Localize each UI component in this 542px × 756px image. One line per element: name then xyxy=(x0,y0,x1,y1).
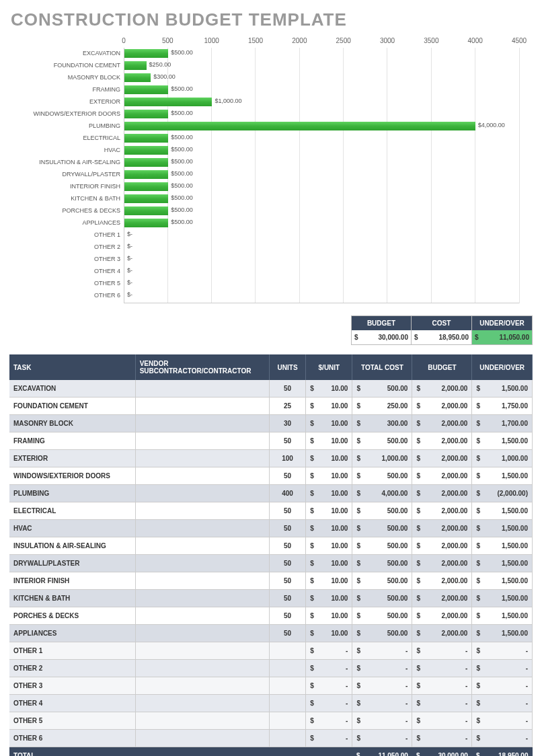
cell-units[interactable]: 50 xyxy=(269,625,306,642)
cell-unit-price[interactable]: $- xyxy=(306,730,352,747)
cell-task[interactable]: FOUNDATION CEMENT xyxy=(9,398,135,415)
cell-vendor[interactable] xyxy=(135,695,269,712)
cell-total[interactable]: $500.00 xyxy=(352,607,412,625)
cell-under[interactable]: $1,500.00 xyxy=(472,520,533,537)
cell-budget[interactable]: $2,000.00 xyxy=(412,467,472,485)
cell-unit-price[interactable]: $10.00 xyxy=(306,432,352,450)
cell-vendor[interactable] xyxy=(135,485,269,502)
cell-vendor[interactable] xyxy=(135,432,269,450)
cell-units[interactable]: 25 xyxy=(269,398,306,415)
cell-budget[interactable]: $2,000.00 xyxy=(412,432,472,450)
cell-units[interactable] xyxy=(269,695,306,712)
cell-units[interactable] xyxy=(269,642,306,660)
cell-units[interactable] xyxy=(269,660,306,677)
cell-task[interactable]: OTHER 4 xyxy=(9,695,135,712)
cell-under[interactable]: $- xyxy=(472,677,533,695)
cell-unit-price[interactable]: $10.00 xyxy=(306,555,352,572)
cell-units[interactable]: 50 xyxy=(269,572,306,590)
cell-task[interactable]: INTERIOR FINISH xyxy=(9,572,135,590)
cell-unit-price[interactable]: $- xyxy=(306,712,352,730)
cell-vendor[interactable] xyxy=(135,555,269,572)
cell-under[interactable]: $(2,000.00) xyxy=(472,485,533,502)
cell-unit-price[interactable]: $10.00 xyxy=(306,415,352,432)
cell-task[interactable]: EXCAVATION xyxy=(9,380,135,398)
cell-budget[interactable]: $2,000.00 xyxy=(412,607,472,625)
cell-units[interactable]: 50 xyxy=(269,380,306,398)
cell-total[interactable]: $500.00 xyxy=(352,625,412,642)
cell-unit-price[interactable]: $10.00 xyxy=(306,572,352,590)
cell-units[interactable] xyxy=(269,712,306,730)
cell-vendor[interactable] xyxy=(135,677,269,695)
cell-vendor[interactable] xyxy=(135,467,269,485)
cell-under[interactable]: $1,750.00 xyxy=(472,398,533,415)
cell-total[interactable]: $500.00 xyxy=(352,467,412,485)
cell-task[interactable]: INSULATION & AIR-SEALING xyxy=(9,537,135,555)
cell-under[interactable]: $1,500.00 xyxy=(472,537,533,555)
cell-vendor[interactable] xyxy=(135,712,269,730)
cell-total[interactable]: $1,000.00 xyxy=(352,450,412,467)
cell-vendor[interactable] xyxy=(135,572,269,590)
cell-units[interactable]: 50 xyxy=(269,520,306,537)
cell-task[interactable]: MASONRY BLOCK xyxy=(9,415,135,432)
cell-units[interactable]: 50 xyxy=(269,537,306,555)
cell-unit-price[interactable]: $- xyxy=(306,695,352,712)
cell-under[interactable]: $- xyxy=(472,730,533,747)
cell-budget[interactable]: $2,000.00 xyxy=(412,485,472,502)
cell-units[interactable]: 30 xyxy=(269,415,306,432)
cell-vendor[interactable] xyxy=(135,590,269,607)
cell-vendor[interactable] xyxy=(135,625,269,642)
cell-budget[interactable]: $2,000.00 xyxy=(412,590,472,607)
cell-budget[interactable]: $- xyxy=(412,677,472,695)
cell-under[interactable]: $1,500.00 xyxy=(472,432,533,450)
cell-unit-price[interactable]: $10.00 xyxy=(306,450,352,467)
cell-under[interactable]: $- xyxy=(472,695,533,712)
cell-under[interactable]: $1,700.00 xyxy=(472,415,533,432)
cell-unit-price[interactable]: $10.00 xyxy=(306,502,352,520)
cell-under[interactable]: $1,500.00 xyxy=(472,572,533,590)
cell-units[interactable] xyxy=(269,677,306,695)
cell-unit-price[interactable]: $10.00 xyxy=(306,537,352,555)
cell-under[interactable]: $1,500.00 xyxy=(472,555,533,572)
cell-budget[interactable]: $2,000.00 xyxy=(412,555,472,572)
cell-budget[interactable]: $2,000.00 xyxy=(412,380,472,398)
cell-task[interactable]: OTHER 5 xyxy=(9,712,135,730)
cell-unit-price[interactable]: $10.00 xyxy=(306,590,352,607)
cell-total[interactable]: $300.00 xyxy=(352,415,412,432)
cell-task[interactable]: HVAC xyxy=(9,520,135,537)
cell-budget[interactable]: $2,000.00 xyxy=(412,625,472,642)
cell-vendor[interactable] xyxy=(135,520,269,537)
cell-under[interactable]: $- xyxy=(472,660,533,677)
cell-total[interactable]: $- xyxy=(352,712,412,730)
cell-total[interactable]: $- xyxy=(352,730,412,747)
cell-task[interactable]: DRYWALL/PLASTER xyxy=(9,555,135,572)
cell-budget[interactable]: $2,000.00 xyxy=(412,520,472,537)
cell-units[interactable]: 50 xyxy=(269,555,306,572)
cell-vendor[interactable] xyxy=(135,415,269,432)
cell-vendor[interactable] xyxy=(135,502,269,520)
cell-unit-price[interactable]: $10.00 xyxy=(306,398,352,415)
cell-task[interactable]: FRAMING xyxy=(9,432,135,450)
cell-budget[interactable]: $2,000.00 xyxy=(412,415,472,432)
cell-vendor[interactable] xyxy=(135,607,269,625)
cell-budget[interactable]: $2,000.00 xyxy=(412,502,472,520)
cell-units[interactable]: 50 xyxy=(269,502,306,520)
cell-task[interactable]: EXTERIOR xyxy=(9,450,135,467)
cell-units[interactable]: 100 xyxy=(269,450,306,467)
cell-budget[interactable]: $2,000.00 xyxy=(412,398,472,415)
cell-total[interactable]: $500.00 xyxy=(352,432,412,450)
cell-units[interactable]: 50 xyxy=(269,607,306,625)
cell-unit-price[interactable]: $10.00 xyxy=(306,625,352,642)
cell-task[interactable]: KITCHEN & BATH xyxy=(9,590,135,607)
cell-unit-price[interactable]: $10.00 xyxy=(306,520,352,537)
cell-task[interactable]: APPLIANCES xyxy=(9,625,135,642)
cell-under[interactable]: $1,000.00 xyxy=(472,450,533,467)
cell-under[interactable]: $- xyxy=(472,642,533,660)
cell-unit-price[interactable]: $- xyxy=(306,660,352,677)
cell-total[interactable]: $- xyxy=(352,642,412,660)
cell-task[interactable]: WINDOWS/EXTERIOR DOORS xyxy=(9,467,135,485)
cell-vendor[interactable] xyxy=(135,660,269,677)
cell-under[interactable]: $1,500.00 xyxy=(472,380,533,398)
cell-budget[interactable]: $2,000.00 xyxy=(412,537,472,555)
cell-task[interactable]: PLUMBING xyxy=(9,485,135,502)
cell-unit-price[interactable]: $- xyxy=(306,677,352,695)
